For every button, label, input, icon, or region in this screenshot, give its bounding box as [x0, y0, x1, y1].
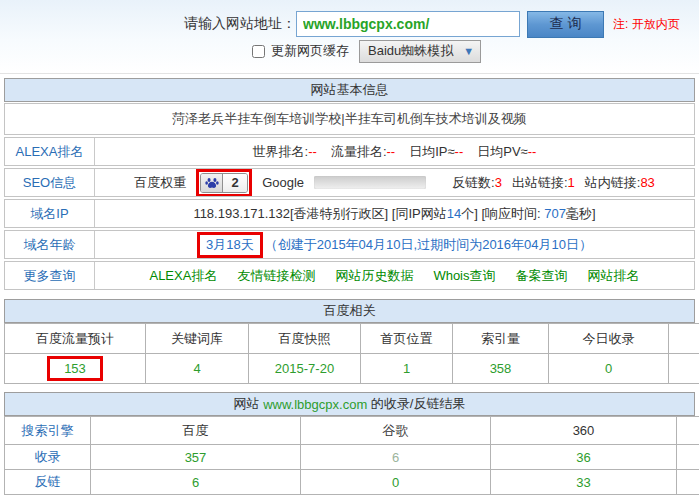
baidu-weight-label: 百度权重	[134, 174, 186, 192]
baidu-weight-annotation: 2	[196, 169, 252, 196]
seo-row: SEO信息 百度权重 2 Google 反链数:3 出站链接:1 站内链接:83	[4, 168, 695, 197]
outlinks-label: 出站链接:	[512, 174, 568, 192]
google-pr-label: Google	[262, 175, 304, 190]
collect-row-label: 收录	[5, 445, 91, 470]
engine-header-row: 搜索引擎 百度 谷歌 360	[5, 417, 699, 445]
url-query-row: 请输入网站地址： 查 询 注: 开放内页	[0, 0, 699, 38]
backlinks-label: 反链数:	[452, 174, 495, 192]
basic-info-section: 网站基本信息 菏泽老兵半挂车倒车培训学校|半挂车司机倒车技术培训及视频 ALEX…	[0, 78, 699, 290]
domain-ip-row-label: 域名IP	[5, 200, 95, 227]
collect-clipped	[677, 445, 699, 470]
inlinks-label: 站内链接:	[585, 174, 641, 192]
engine-row-label: 搜索引擎	[5, 417, 91, 445]
collect-title-suffix: 的收录/反链结果	[367, 395, 465, 413]
backlink-google-value: 0	[301, 470, 491, 495]
col-header-traffic: 百度流量预计	[5, 324, 146, 354]
collect-results-section: 网站 www.lbbgcpx.com 的收录/反链结果 搜索引擎 百度 谷歌 3…	[0, 392, 699, 495]
alexa-row-label: ALEXA排名	[5, 138, 95, 165]
outlinks-value: 1	[568, 175, 575, 190]
domain-ip-text-mid: 个] [响应时间:	[461, 205, 544, 223]
link-site-history[interactable]: 网站历史数据	[335, 267, 413, 285]
alexa-row: ALEXA排名 世界排名:-- 流量排名:-- 日均IP≈-- 日均PV≈--	[4, 137, 695, 166]
domain-age-annotation: 3月18天	[197, 232, 263, 258]
update-cache-label: 更新网页缓存	[271, 42, 349, 60]
collect-results-header: 网站 www.lbbgcpx.com 的收录/反链结果	[4, 392, 695, 416]
traffic-rank-label: 流量排名:	[331, 143, 387, 161]
domain-expire-text: ,过期时间为	[414, 236, 483, 254]
value-clipped	[669, 354, 699, 384]
collect-baidu-value: 357	[91, 445, 301, 470]
cache-options-row: 更新网页缓存 Baidu蜘蛛模拟 ▼	[0, 38, 699, 64]
collect-title-domain: www.lbbgcpx.com	[263, 397, 367, 412]
engine-360: 360	[491, 417, 677, 445]
daily-ip-value: --	[455, 144, 464, 159]
traffic-value: 153	[64, 361, 86, 376]
engine-google: 谷歌	[301, 417, 491, 445]
engine-clipped	[677, 417, 699, 445]
domain-ip-text-after: 毫秒]	[566, 205, 596, 223]
domain-age-close-paren: ）	[579, 236, 592, 254]
update-cache-checkbox[interactable]	[252, 45, 265, 58]
link-whois-query[interactable]: Whois查询	[433, 267, 495, 285]
more-query-row-label: 更多查询	[5, 262, 95, 289]
baidu-weight-badge[interactable]: 2	[200, 173, 248, 193]
same-ip-count[interactable]: 14	[447, 206, 461, 221]
collect-google-value: 6	[301, 445, 491, 470]
daily-ip-label: 日均IP≈	[409, 143, 454, 161]
daily-pv-label: 日均PV≈	[477, 143, 527, 161]
col-header-snapshot: 百度快照	[249, 324, 361, 354]
daily-pv-value: --	[528, 144, 537, 159]
domain-ip-text: 118.193.171.132[香港特别行政区] [同IP网站	[193, 205, 446, 223]
backlink-row-label: 反链	[5, 470, 91, 495]
baidu-table-header-row: 百度流量预计 关键词库 百度快照 首页位置 索引量 今日收录	[5, 324, 699, 354]
backlink-360-value: 33	[491, 470, 677, 495]
index-count-value: 358	[453, 354, 549, 384]
query-form: 请输入网站地址： 查 询 注: 开放内页 更新网页缓存 Baidu蜘蛛模拟 ▼	[0, 0, 699, 74]
world-rank-label: 世界排名:	[253, 143, 309, 161]
backlink-baidu-value: 6	[91, 470, 301, 495]
link-friend-link-check[interactable]: 友情链接检测	[237, 267, 315, 285]
seo-row-label: SEO信息	[5, 169, 95, 196]
url-input[interactable]	[296, 11, 520, 37]
baidu-related-table: 百度流量预计 关键词库 百度快照 首页位置 索引量 今日收录 153 4 201…	[4, 323, 699, 384]
baidu-related-header: 百度相关	[4, 299, 695, 323]
domain-expire-date: 2016年04月10日	[482, 236, 579, 254]
basic-info-header: 网站基本信息	[4, 78, 695, 102]
domain-ip-row: 域名IP 118.193.171.132[香港特别行政区] [同IP网站 14 …	[4, 199, 695, 228]
domain-age-row: 域名年龄 3月18天 （创建于 2015年04月10日 ,过期时间为 2016年…	[4, 230, 695, 259]
collect-results-table: 搜索引擎 百度 谷歌 360 收录 357 6 36 反链 6 0 33	[4, 416, 699, 495]
link-site-rank[interactable]: 网站排名	[588, 267, 640, 285]
link-alexa-rank[interactable]: ALEXA排名	[149, 267, 217, 285]
col-header-homepage-pos: 首页位置	[361, 324, 453, 354]
google-pr-bar	[314, 176, 426, 189]
domain-age-row-label: 域名年龄	[5, 231, 95, 258]
link-icp-query[interactable]: 备案查询	[516, 267, 568, 285]
note-text: 注: 开放内页	[613, 16, 680, 33]
col-header-index-count: 索引量	[453, 324, 549, 354]
baidu-table-value-row: 153 4 2015-7-20 1 358 0	[5, 354, 699, 384]
chevron-down-icon: ▼	[463, 45, 474, 57]
backlinks-value: 3	[495, 175, 502, 190]
spider-select[interactable]: Baidu蜘蛛模拟 ▼	[359, 40, 481, 63]
keywords-value: 4	[146, 354, 249, 384]
collect-row: 收录 357 6 36	[5, 445, 699, 470]
engine-baidu: 百度	[91, 417, 301, 445]
spider-select-value: Baidu蜘蛛模拟	[368, 42, 453, 60]
traffic-annotation: 153	[47, 356, 103, 381]
inlinks-value: 83	[640, 175, 654, 190]
today-collect-value: 0	[549, 354, 669, 384]
col-header-today-collect: 今日收录	[549, 324, 669, 354]
baidu-paw-icon	[201, 174, 223, 192]
collect-title-prefix: 网站	[234, 395, 264, 413]
homepage-pos-value: 1	[361, 354, 453, 384]
site-title-row: 菏泽老兵半挂车倒车培训学校|半挂车司机倒车技术培训及视频	[4, 103, 695, 135]
response-time-value: 707	[544, 206, 566, 221]
collect-360-value: 36	[491, 445, 677, 470]
url-input-label: 请输入网站地址：	[184, 15, 296, 33]
world-rank-value: --	[308, 144, 317, 159]
traffic-rank-value: --	[387, 144, 396, 159]
domain-created-date: 2015年04月10日	[317, 236, 414, 254]
more-query-row: 更多查询 ALEXA排名 友情链接检测 网站历史数据 Whois查询 备案查询 …	[4, 261, 695, 290]
query-button[interactable]: 查 询	[527, 11, 604, 38]
snapshot-value: 2015-7-20	[249, 354, 361, 384]
